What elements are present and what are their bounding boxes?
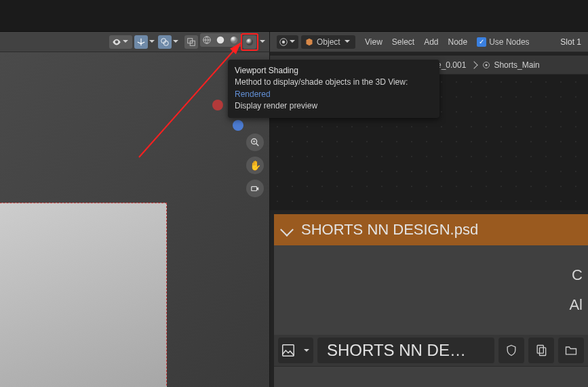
editor-type-dropdown[interactable] (277, 35, 298, 49)
svg-line-13 (256, 144, 259, 146)
chevron-down-icon (302, 344, 311, 357)
shading-solid[interactable] (214, 33, 227, 47)
chevron-down-icon (343, 35, 351, 49)
shading-options-dropdown[interactable] (258, 35, 267, 49)
svg-point-6 (231, 36, 238, 43)
camera-icon (250, 184, 260, 193)
duplicate-icon (534, 344, 548, 357)
menu-add[interactable]: Add (424, 37, 438, 47)
shield-icon (505, 344, 518, 357)
breadcrumb-item-2[interactable]: Shorts_Main (494, 60, 539, 70)
shading-rendered-highlight (241, 33, 258, 51)
image-name-field[interactable]: SHORTS NN DE… (317, 338, 494, 363)
folder-icon (564, 344, 578, 357)
shader-editor-icon (279, 37, 288, 47)
open-image-button[interactable] (558, 338, 584, 363)
shading-rendered[interactable] (243, 35, 256, 49)
viewport-shading-tooltip: Viewport Shading Method to display/shade… (228, 60, 439, 118)
new-copy-button[interactable] (528, 338, 554, 363)
top-strip (0, 0, 588, 32)
svg-point-9 (282, 40, 285, 43)
zoom-button[interactable] (246, 134, 264, 151)
tooltip-title: Viewport Shading (235, 65, 433, 77)
gizmo-toggle[interactable] (134, 35, 148, 49)
svg-rect-18 (283, 345, 294, 357)
use-nodes-label: Use Nodes (489, 37, 529, 47)
material-icon (482, 61, 490, 69)
menu-view[interactable]: View (365, 37, 383, 47)
svg-point-7 (246, 38, 254, 45)
image-icon (281, 343, 296, 358)
svg-point-11 (486, 64, 488, 66)
material-preview-icon (229, 35, 239, 45)
xray-toggle[interactable] (184, 35, 198, 49)
overlays-toggle[interactable] (158, 35, 172, 49)
menu-select[interactable]: Select (392, 37, 414, 47)
image-node-header[interactable]: SHORTS NN DESIGN.psd (274, 214, 588, 245)
visibility-dropdown[interactable] (109, 35, 132, 49)
svg-point-5 (217, 36, 224, 43)
chevron-right-icon (471, 61, 478, 68)
hand-icon: ✋ (250, 160, 261, 171)
shading-mode-group (200, 33, 258, 51)
image-datablock-toolbar: SHORTS NN DE… (274, 335, 588, 366)
magnify-icon (250, 138, 260, 147)
shading-material[interactable] (227, 33, 241, 47)
chevron-down-icon (280, 223, 294, 237)
overlay-icon (160, 37, 170, 47)
node-editor-header: Object View Select Add Node Use Nodes Sl… (270, 32, 588, 52)
chevron-down-icon (288, 35, 296, 49)
panel-sliver (274, 366, 588, 387)
svg-rect-19 (537, 346, 543, 354)
image-browse-dropdown[interactable] (278, 338, 313, 363)
use-nodes-checkbox[interactable] (477, 37, 486, 47)
image-node-title: SHORTS NN DESIGN.psd (301, 221, 478, 239)
shading-wireframe[interactable] (200, 33, 214, 47)
selected-mesh-plane[interactable] (0, 203, 167, 387)
shader-type-label: Object (317, 37, 340, 47)
tooltip-line3: Display render preview (235, 100, 433, 112)
chevron-down-icon[interactable] (148, 35, 156, 49)
chevron-down-icon[interactable] (172, 35, 180, 49)
gizmo-icon (136, 37, 146, 47)
shader-type-dropdown[interactable]: Object (301, 35, 355, 49)
svg-rect-16 (252, 186, 257, 190)
object-icon (305, 38, 313, 46)
gizmo-axis-neg[interactable] (212, 100, 223, 110)
gizmo-axis-z[interactable] (233, 120, 243, 131)
image-node-body: C Al (274, 245, 588, 335)
viewport-controls: ✋ (246, 134, 264, 197)
chevron-down-icon (121, 35, 130, 49)
viewport-header (0, 32, 270, 52)
xray-icon (187, 37, 196, 47)
wireframe-icon (202, 35, 212, 45)
node-row-1: C (572, 266, 583, 284)
solid-icon (216, 35, 225, 45)
camera-view-button[interactable] (246, 180, 264, 197)
slot-label[interactable]: Slot 1 (560, 37, 581, 47)
menu-node[interactable]: Node (448, 37, 468, 47)
breadcrumb-item-1[interactable]: e_0.001 (437, 60, 466, 70)
eye-icon (112, 37, 121, 47)
pan-button[interactable]: ✋ (246, 157, 264, 174)
fake-user-button[interactable] (498, 338, 524, 363)
svg-rect-20 (540, 348, 546, 356)
rendered-icon (245, 37, 254, 47)
tooltip-line2: Method to display/shade objects in the 3… (235, 77, 433, 100)
node-row-2: Al (569, 296, 583, 314)
